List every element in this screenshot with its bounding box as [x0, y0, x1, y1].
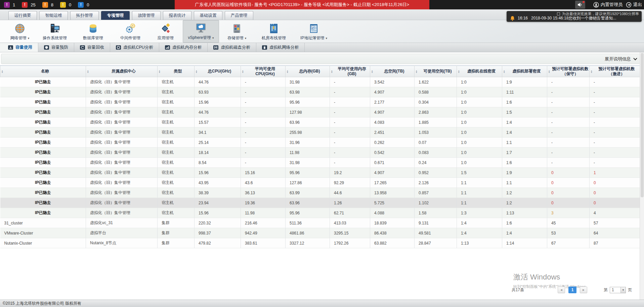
sort-icon[interactable]: ▴▾	[242, 70, 244, 73]
column-header[interactable]: ▴▾预计可部署虚拟机数 （保守）	[547, 66, 590, 77]
sort-icon[interactable]: ▴▾	[591, 70, 592, 73]
column-header[interactable]: ▴▾类型	[158, 66, 195, 77]
notification-toast[interactable]: 为达最佳浏览效果，建议使用1920*1080分辨率 16:16 2018-09-…	[507, 11, 642, 22]
subtab-capacity-prevention[interactable]: 容量预防	[38, 43, 74, 52]
table-row[interactable]: IP已隐去虚拟化（旧）集中管理宿主机34.1-255.98-2.4511.053…	[0, 127, 640, 138]
toolbar-item-middleware[interactable]: 中间件管理	[112, 20, 148, 43]
next-page-button[interactable]: ►	[580, 287, 587, 293]
tab-intelligent-ops[interactable]: 智能运维	[39, 11, 68, 20]
toolbar-item-os[interactable]: 操作系统管理	[36, 20, 74, 43]
sort-icon[interactable]: ▴▾	[196, 70, 197, 73]
table-row[interactable]: IP已隐去虚拟化（旧）集中管理宿主机15.9615.1695.9619.24.9…	[0, 168, 640, 178]
column-header[interactable]: ▴▾名称	[0, 66, 86, 77]
table-row[interactable]: IP已隐去虚拟化（旧）集中管理宿主机44.76-127.98-4.9072.86…	[0, 107, 640, 117]
page-select[interactable]: 1 ▼	[610, 287, 626, 293]
current-page-button[interactable]: 1	[568, 287, 576, 293]
column-header[interactable]: ▴▾可使用空间(TB)	[415, 66, 457, 77]
checkbox-icon[interactable]	[557, 12, 560, 15]
cell: 1:6	[502, 218, 547, 228]
column-header[interactable]: ▴▾总空间(TB)	[370, 66, 415, 77]
table-row[interactable]: IP已隐去虚拟化（旧）集中管理宿主机15.57-63.96-4.0831.885…	[0, 117, 640, 127]
cell: 1:1	[457, 188, 502, 198]
alert-level-1[interactable]: ! 1	[4, 2, 15, 8]
tab-product-management[interactable]: 产品管理	[225, 11, 253, 20]
sort-icon[interactable]: ▴▾	[87, 70, 89, 73]
alert-level-5[interactable]: ! 0	[78, 2, 89, 8]
subtab-capacity-reclaim[interactable]: 容量回收	[74, 43, 110, 52]
table-row[interactable]: IP已隐去虚拟化（旧）集中管理宿主机18.14-11.98-0.5420.083…	[0, 148, 640, 158]
sort-icon[interactable]: ▴▾	[331, 70, 333, 73]
table-row[interactable]: IP已隐去虚拟化（旧）集中管理宿主机43.9543.6127.8692.2917…	[0, 178, 640, 188]
column-header[interactable]: ▴▾总内存(GB)	[286, 66, 330, 77]
sound-toggle-button[interactable]	[575, 1, 585, 9]
cell: 虚拟化（旧）集中管理	[86, 127, 158, 138]
expand-info-bar[interactable]: 展开说明信息	[1, 54, 643, 64]
tab-fault-management[interactable]: 故障管理	[132, 11, 161, 20]
table-row[interactable]: IP已隐去虚拟化（旧）集中管理宿主机23.9419.3663.961.265.7…	[0, 198, 640, 208]
tab-basic-settings[interactable]: 基础设置	[194, 11, 222, 20]
toolbar-item-ip-address[interactable]: IP IP地址簿管理▾	[293, 20, 335, 43]
user-name: 内置管理员	[601, 2, 622, 8]
alert-level-4[interactable]: ! 0	[60, 2, 71, 8]
toolbar-item-storage[interactable]: 存储管理▾	[219, 20, 255, 43]
table-row[interactable]: Nutanix-ClusterNutanix_8节点集群479.82383.61…	[0, 238, 640, 248]
subtab-vm-memory-analysis[interactable]: 虚拟机内存分析	[159, 43, 208, 52]
sort-icon[interactable]: ▴▾	[372, 70, 373, 73]
cell: 9.131	[415, 218, 457, 228]
user-menu[interactable]: 内置管理员	[593, 2, 622, 8]
table-row[interactable]: IP已隐去虚拟化（旧）集中管理宿主机8.54-31.98-0.6710.241:…	[0, 158, 640, 168]
cell: -	[330, 77, 370, 87]
sort-icon[interactable]: ▴▾	[159, 70, 160, 73]
service-banner: 广东省人民医院运维软件项目- 服务号 <PGD1701139> - 服务等级 <…	[175, 0, 429, 9]
table-row[interactable]: IP已隐去虚拟化（旧）集中管理宿主机15.96-95.96-2.1770.304…	[0, 97, 640, 107]
column-header[interactable]: ▴▾所属虚拟中心	[86, 66, 158, 77]
alert-level-3[interactable]: ! 8	[42, 2, 53, 8]
sort-icon[interactable]: ▴▾	[504, 70, 505, 73]
tab-report-statistics[interactable]: 报表统计	[163, 11, 191, 20]
table-row[interactable]: IP已隐去虚拟化（旧）集中管理宿主机15.9611.9895.9662.714.…	[0, 208, 640, 218]
toolbar-item-app[interactable]: 应用管理	[148, 20, 183, 43]
sort-icon[interactable]: ▴▾	[2, 70, 3, 73]
cell: 942.49	[241, 228, 286, 238]
table-row[interactable]: IP已隐去虚拟化（旧）集中管理宿主机44.76-31.98-3.5421.622…	[0, 77, 640, 87]
tab-topology[interactable]: 拓扑管理	[70, 11, 99, 20]
tab-special-management[interactable]: 专项管理	[101, 11, 130, 20]
select-arrow-icon[interactable]: ▼	[620, 287, 626, 293]
subtab-vm-network-analysis[interactable]: 虚拟机网络分析	[256, 43, 305, 52]
toolbar-item-database[interactable]: 数据库管理	[74, 20, 112, 43]
table-row[interactable]: IP已隐去虚拟化（旧）集中管理宿主机38.3936.1363.9944.613.…	[0, 188, 640, 198]
sort-icon[interactable]: ▴▾	[416, 70, 417, 73]
subtab-vm-disk-analysis[interactable]: 虚拟机磁盘分析	[208, 43, 256, 52]
scrollbar-thumb[interactable]	[641, 53, 644, 197]
toolbar-item-network[interactable]: 网络管理▾	[4, 20, 36, 43]
sort-icon[interactable]: ▴▾	[549, 70, 550, 73]
toolbar-item-cabling[interactable]: 机房布线管理	[255, 20, 293, 43]
prev-page-button[interactable]: ◄	[558, 287, 565, 293]
cell: 1:2	[502, 188, 547, 198]
cell: 1:0	[457, 127, 502, 138]
column-header-label: 虚拟机在线密度	[467, 69, 496, 73]
column-header[interactable]: ▴▾虚拟机在线密度	[457, 66, 502, 77]
sort-icon[interactable]: ▴▾	[287, 70, 288, 73]
cell: 1:13	[457, 238, 502, 248]
cell: 1:1	[502, 178, 547, 188]
toolbar-item-vsphere[interactable]: vSphere管理▾	[183, 20, 219, 43]
tab-run-summary[interactable]: 运行摘要	[8, 11, 37, 20]
logout-button[interactable]: 退出	[626, 2, 642, 8]
table-row[interactable]: IP已隐去虚拟化（旧）集中管理宿主机25.14-31.96-0.2620.071…	[0, 138, 640, 148]
alert-level-2[interactable]: ! 25	[22, 2, 35, 8]
subtab-vm-cpu-analysis[interactable]: 虚拟机CPU分析	[110, 43, 159, 52]
cell: 86.438	[370, 228, 415, 238]
cell: 0	[547, 198, 590, 208]
sort-icon[interactable]: ▴▾	[458, 70, 460, 73]
column-header[interactable]: ▴▾总CPU(GHz)	[195, 66, 241, 77]
vertical-scrollbar[interactable]	[640, 52, 644, 300]
subtab-capacity-usage[interactable]: 容量使用	[0, 43, 38, 52]
column-header[interactable]: ▴▾虚拟机部署密度	[502, 66, 547, 77]
table-row[interactable]: VMware-Cluster虚拟平台集群998.37942.494861.863…	[0, 228, 640, 238]
column-header[interactable]: ▴▾平均可使用 CPU(GHz)	[241, 66, 286, 77]
table-row[interactable]: 31_cluster虚拟化vc_31集群220.32216.46511.3641…	[0, 218, 640, 228]
column-header[interactable]: ▴▾预计可部署虚拟机数 （激进）	[590, 66, 640, 77]
column-header[interactable]: ▴▾平均可使用内存(GB)	[330, 66, 370, 77]
table-row[interactable]: IP已隐去虚拟化（旧）集中管理宿主机63.93-63.98-4.9070.588…	[0, 87, 640, 97]
